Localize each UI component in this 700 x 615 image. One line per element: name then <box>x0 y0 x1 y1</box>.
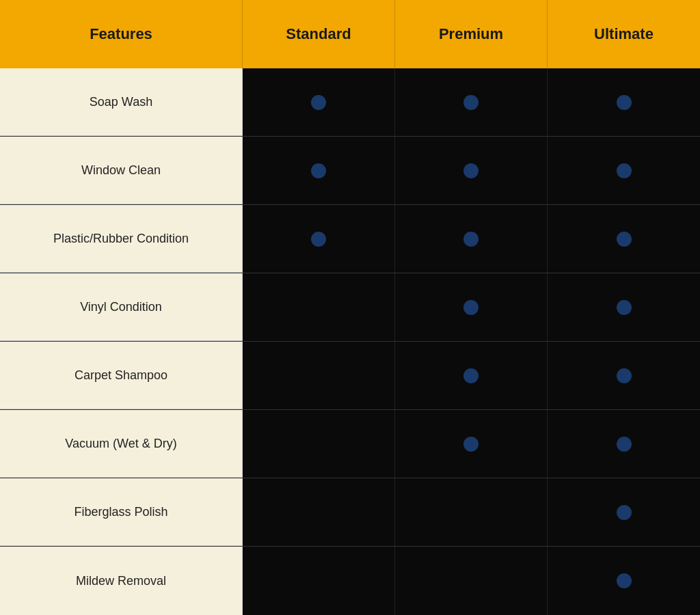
standard-check-cell <box>243 342 395 409</box>
table-row: Plastic/Rubber Condition <box>0 205 700 273</box>
ultimate-check-cell <box>548 410 700 478</box>
standard-check-cell <box>243 68 395 136</box>
feature-label: Fiberglass Polish <box>0 478 243 546</box>
table-row: Fiberglass Polish <box>0 478 700 547</box>
table-row: Soap Wash <box>0 68 700 137</box>
standard-header: Standard <box>243 0 395 68</box>
standard-check-cell <box>243 205 395 273</box>
check-dot <box>463 232 479 247</box>
check-dot <box>463 95 479 110</box>
feature-label: Window Clean <box>0 137 243 204</box>
ultimate-header: Ultimate <box>548 0 700 68</box>
feature-label: Vacuum (Wet & Dry) <box>0 410 243 478</box>
table-row: Mildew Removal <box>0 547 700 615</box>
table-row: Vinyl Condition <box>0 273 700 342</box>
check-dot <box>463 437 479 452</box>
table-row: Carpet Shampoo <box>0 342 700 410</box>
premium-check-cell <box>395 68 548 136</box>
ultimate-check-cell <box>548 68 700 136</box>
check-dot <box>463 368 479 383</box>
ultimate-check-cell <box>548 137 700 204</box>
ultimate-check-cell <box>548 273 700 341</box>
check-dot <box>617 300 632 315</box>
premium-check-cell <box>395 342 548 409</box>
features-header: Features <box>0 0 243 68</box>
check-dot <box>311 232 326 247</box>
table-body: Soap WashWindow CleanPlastic/Rubber Cond… <box>0 68 700 615</box>
check-dot <box>311 163 326 178</box>
standard-check-cell <box>243 478 395 546</box>
premium-check-cell <box>395 410 548 478</box>
feature-label: Carpet Shampoo <box>0 342 243 409</box>
feature-label: Mildew Removal <box>0 547 243 615</box>
comparison-table: Features Standard Premium Ultimate Soap … <box>0 0 700 615</box>
check-dot <box>463 163 479 178</box>
feature-label: Vinyl Condition <box>0 273 243 341</box>
premium-check-cell <box>395 547 548 615</box>
ultimate-check-cell <box>548 547 700 615</box>
premium-header: Premium <box>395 0 548 68</box>
check-dot <box>617 573 632 588</box>
table-row: Window Clean <box>0 137 700 205</box>
check-dot <box>617 95 632 110</box>
check-dot <box>617 368 632 383</box>
standard-check-cell <box>243 410 395 478</box>
ultimate-check-cell <box>548 478 700 546</box>
feature-label: Soap Wash <box>0 68 243 136</box>
standard-check-cell <box>243 137 395 204</box>
check-dot <box>617 505 632 520</box>
check-dot <box>311 95 326 110</box>
standard-check-cell <box>243 547 395 615</box>
table-row: Vacuum (Wet & Dry) <box>0 410 700 478</box>
premium-check-cell <box>395 478 548 546</box>
premium-check-cell <box>395 273 548 341</box>
check-dot <box>617 437 632 452</box>
standard-check-cell <box>243 273 395 341</box>
check-dot <box>463 300 479 315</box>
premium-check-cell <box>395 205 548 273</box>
check-dot <box>617 163 632 178</box>
premium-check-cell <box>395 137 548 204</box>
ultimate-check-cell <box>548 342 700 409</box>
ultimate-check-cell <box>548 205 700 273</box>
feature-label: Plastic/Rubber Condition <box>0 205 243 273</box>
table-header: Features Standard Premium Ultimate <box>0 0 700 68</box>
check-dot <box>617 232 632 247</box>
